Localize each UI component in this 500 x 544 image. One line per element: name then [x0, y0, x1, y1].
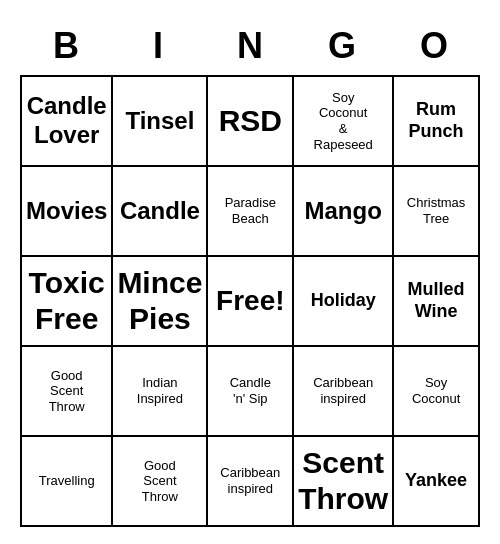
bingo-cell-17[interactable]: Candle'n' Sip	[208, 347, 294, 437]
bingo-letter-n: N	[204, 17, 296, 75]
bingo-letter-b: B	[20, 17, 112, 75]
bingo-letter-i: I	[112, 17, 204, 75]
bingo-grid: CandleLoverTinselRSDSoyCoconut&RapeseedR…	[20, 75, 480, 527]
bingo-cell-6[interactable]: Candle	[113, 167, 208, 257]
bingo-card: BINGO CandleLoverTinselRSDSoyCoconut&Rap…	[10, 7, 490, 537]
bingo-cell-2[interactable]: RSD	[208, 77, 294, 167]
bingo-cell-5[interactable]: Movies	[22, 167, 113, 257]
bingo-cell-19[interactable]: SoyCoconut	[394, 347, 480, 437]
bingo-cell-7[interactable]: ParadiseBeach	[208, 167, 294, 257]
bingo-cell-16[interactable]: IndianInspired	[113, 347, 208, 437]
bingo-cell-1[interactable]: Tinsel	[113, 77, 208, 167]
bingo-letter-o: O	[388, 17, 480, 75]
bingo-cell-14[interactable]: MulledWine	[394, 257, 480, 347]
bingo-cell-15[interactable]: GoodScentThrow	[22, 347, 113, 437]
bingo-cell-10[interactable]: ToxicFree	[22, 257, 113, 347]
bingo-cell-22[interactable]: Caribbeaninspired	[208, 437, 294, 527]
bingo-cell-8[interactable]: Mango	[294, 167, 394, 257]
bingo-cell-9[interactable]: ChristmasTree	[394, 167, 480, 257]
bingo-cell-13[interactable]: Holiday	[294, 257, 394, 347]
bingo-cell-23[interactable]: ScentThrow	[294, 437, 394, 527]
bingo-cell-11[interactable]: MincePies	[113, 257, 208, 347]
bingo-cell-18[interactable]: Caribbeaninspired	[294, 347, 394, 437]
bingo-cell-12[interactable]: Free!	[208, 257, 294, 347]
bingo-cell-20[interactable]: Travelling	[22, 437, 113, 527]
bingo-cell-24[interactable]: Yankee	[394, 437, 480, 527]
bingo-cell-0[interactable]: CandleLover	[22, 77, 113, 167]
bingo-header: BINGO	[20, 17, 480, 75]
bingo-letter-g: G	[296, 17, 388, 75]
bingo-cell-3[interactable]: SoyCoconut&Rapeseed	[294, 77, 394, 167]
bingo-cell-21[interactable]: GoodScentThrow	[113, 437, 208, 527]
bingo-cell-4[interactable]: RumPunch	[394, 77, 480, 167]
